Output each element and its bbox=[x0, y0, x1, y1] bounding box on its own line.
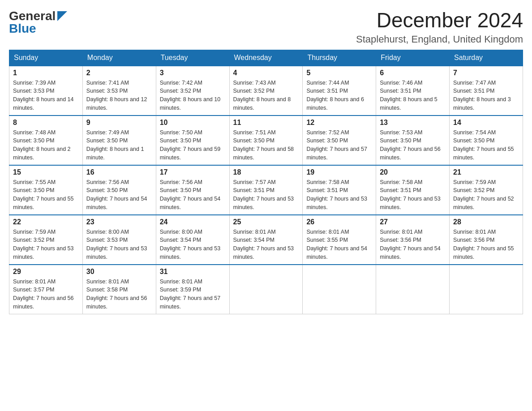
day-number: 13 bbox=[380, 119, 446, 127]
logo: General Blue bbox=[9, 9, 67, 36]
day-number: 18 bbox=[233, 168, 299, 176]
calendar-day-cell: 31 Sunrise: 8:01 AM Sunset: 3:59 PM Dayl… bbox=[156, 265, 229, 314]
calendar-day-cell: 11 Sunrise: 7:51 AM Sunset: 3:50 PM Dayl… bbox=[229, 116, 303, 165]
calendar-day-cell: 8 Sunrise: 7:48 AM Sunset: 3:50 PM Dayli… bbox=[9, 116, 83, 165]
day-number: 15 bbox=[13, 168, 79, 176]
day-number: 21 bbox=[453, 168, 519, 176]
calendar-day-cell: 27 Sunrise: 8:01 AM Sunset: 3:56 PM Dayl… bbox=[376, 215, 450, 265]
svg-marker-0 bbox=[57, 11, 67, 21]
day-info: Sunrise: 7:43 AM Sunset: 3:52 PM Dayligh… bbox=[233, 79, 299, 112]
day-info: Sunrise: 7:50 AM Sunset: 3:50 PM Dayligh… bbox=[160, 128, 226, 162]
calendar-week-row: 8 Sunrise: 7:48 AM Sunset: 3:50 PM Dayli… bbox=[9, 116, 523, 165]
day-info: Sunrise: 7:56 AM Sunset: 3:50 PM Dayligh… bbox=[86, 178, 152, 212]
page-header: General Blue December 2024 Staplehurst, … bbox=[9, 9, 523, 45]
day-info: Sunrise: 8:00 AM Sunset: 3:53 PM Dayligh… bbox=[86, 228, 152, 261]
calendar-week-row: 29 Sunrise: 8:01 AM Sunset: 3:57 PM Dayl… bbox=[9, 265, 523, 314]
day-info: Sunrise: 8:01 AM Sunset: 3:55 PM Dayligh… bbox=[306, 228, 372, 261]
calendar-day-cell: 4 Sunrise: 7:43 AM Sunset: 3:52 PM Dayli… bbox=[229, 66, 303, 116]
day-info: Sunrise: 7:48 AM Sunset: 3:50 PM Dayligh… bbox=[13, 128, 79, 162]
calendar-day-cell bbox=[376, 265, 450, 314]
logo-arrow-icon bbox=[57, 11, 67, 21]
day-number: 26 bbox=[306, 218, 372, 226]
day-number: 6 bbox=[380, 69, 446, 77]
day-info: Sunrise: 8:00 AM Sunset: 3:54 PM Dayligh… bbox=[160, 228, 226, 261]
day-info: Sunrise: 7:56 AM Sunset: 3:50 PM Dayligh… bbox=[160, 178, 226, 212]
calendar-day-cell: 16 Sunrise: 7:56 AM Sunset: 3:50 PM Dayl… bbox=[82, 165, 156, 215]
calendar-day-cell: 24 Sunrise: 8:00 AM Sunset: 3:54 PM Dayl… bbox=[156, 215, 229, 265]
day-number: 12 bbox=[306, 119, 372, 127]
weekday-header-saturday: Saturday bbox=[450, 50, 523, 66]
calendar-day-cell bbox=[229, 265, 303, 314]
day-number: 24 bbox=[160, 218, 226, 226]
day-number: 11 bbox=[233, 119, 299, 127]
calendar-day-cell: 15 Sunrise: 7:55 AM Sunset: 3:50 PM Dayl… bbox=[9, 165, 83, 215]
calendar-day-cell: 29 Sunrise: 8:01 AM Sunset: 3:57 PM Dayl… bbox=[9, 265, 83, 314]
day-number: 3 bbox=[160, 69, 226, 77]
weekday-header-tuesday: Tuesday bbox=[156, 50, 229, 66]
calendar-day-cell bbox=[303, 265, 376, 314]
day-number: 28 bbox=[453, 218, 519, 226]
day-number: 22 bbox=[13, 218, 79, 226]
day-info: Sunrise: 7:42 AM Sunset: 3:52 PM Dayligh… bbox=[160, 79, 226, 112]
calendar-day-cell: 2 Sunrise: 7:41 AM Sunset: 3:53 PM Dayli… bbox=[82, 66, 156, 116]
day-number: 31 bbox=[160, 268, 226, 276]
day-number: 7 bbox=[453, 69, 519, 77]
day-info: Sunrise: 7:57 AM Sunset: 3:51 PM Dayligh… bbox=[233, 178, 299, 212]
day-info: Sunrise: 7:46 AM Sunset: 3:51 PM Dayligh… bbox=[380, 79, 446, 112]
day-number: 25 bbox=[233, 218, 299, 226]
title-section: December 2024 Staplehurst, England, Unit… bbox=[356, 9, 523, 45]
day-info: Sunrise: 8:01 AM Sunset: 3:59 PM Dayligh… bbox=[160, 278, 226, 311]
day-info: Sunrise: 7:59 AM Sunset: 3:52 PM Dayligh… bbox=[453, 178, 519, 212]
calendar-day-cell: 22 Sunrise: 7:59 AM Sunset: 3:52 PM Dayl… bbox=[9, 215, 83, 265]
weekday-header-row: SundayMondayTuesdayWednesdayThursdayFrid… bbox=[9, 50, 523, 66]
weekday-header-sunday: Sunday bbox=[9, 50, 83, 66]
day-info: Sunrise: 7:51 AM Sunset: 3:50 PM Dayligh… bbox=[233, 128, 299, 162]
day-number: 19 bbox=[306, 168, 372, 176]
calendar-day-cell: 19 Sunrise: 7:58 AM Sunset: 3:51 PM Dayl… bbox=[303, 165, 376, 215]
day-info: Sunrise: 7:58 AM Sunset: 3:51 PM Dayligh… bbox=[306, 178, 372, 212]
day-info: Sunrise: 7:55 AM Sunset: 3:50 PM Dayligh… bbox=[13, 178, 79, 212]
calendar-day-cell: 25 Sunrise: 8:01 AM Sunset: 3:54 PM Dayl… bbox=[229, 215, 303, 265]
day-info: Sunrise: 8:01 AM Sunset: 3:54 PM Dayligh… bbox=[233, 228, 299, 261]
day-info: Sunrise: 7:47 AM Sunset: 3:51 PM Dayligh… bbox=[453, 79, 519, 112]
calendar-day-cell: 3 Sunrise: 7:42 AM Sunset: 3:52 PM Dayli… bbox=[156, 66, 229, 116]
day-info: Sunrise: 7:58 AM Sunset: 3:51 PM Dayligh… bbox=[380, 178, 446, 212]
calendar-day-cell: 28 Sunrise: 8:01 AM Sunset: 3:56 PM Dayl… bbox=[450, 215, 523, 265]
day-number: 5 bbox=[306, 69, 372, 77]
day-info: Sunrise: 7:52 AM Sunset: 3:50 PM Dayligh… bbox=[306, 128, 372, 162]
day-number: 30 bbox=[86, 268, 152, 276]
day-info: Sunrise: 7:44 AM Sunset: 3:51 PM Dayligh… bbox=[306, 79, 372, 112]
calendar-day-cell: 23 Sunrise: 8:00 AM Sunset: 3:53 PM Dayl… bbox=[82, 215, 156, 265]
calendar-day-cell: 1 Sunrise: 7:39 AM Sunset: 3:53 PM Dayli… bbox=[9, 66, 83, 116]
day-number: 1 bbox=[13, 69, 79, 77]
calendar-day-cell: 12 Sunrise: 7:52 AM Sunset: 3:50 PM Dayl… bbox=[303, 116, 376, 165]
weekday-header-thursday: Thursday bbox=[303, 50, 376, 66]
day-info: Sunrise: 7:59 AM Sunset: 3:52 PM Dayligh… bbox=[13, 228, 79, 261]
day-info: Sunrise: 7:39 AM Sunset: 3:53 PM Dayligh… bbox=[13, 79, 79, 112]
location-subtitle: Staplehurst, England, United Kingdom bbox=[356, 34, 523, 45]
day-info: Sunrise: 7:41 AM Sunset: 3:53 PM Dayligh… bbox=[86, 79, 152, 112]
calendar-day-cell: 21 Sunrise: 7:59 AM Sunset: 3:52 PM Dayl… bbox=[450, 165, 523, 215]
day-info: Sunrise: 8:01 AM Sunset: 3:57 PM Dayligh… bbox=[13, 278, 79, 311]
calendar-day-cell: 26 Sunrise: 8:01 AM Sunset: 3:55 PM Dayl… bbox=[303, 215, 376, 265]
weekday-header-monday: Monday bbox=[82, 50, 156, 66]
logo-blue-text: Blue bbox=[9, 21, 36, 36]
day-number: 29 bbox=[13, 268, 79, 276]
month-year-title: December 2024 bbox=[356, 9, 523, 32]
day-number: 17 bbox=[160, 168, 226, 176]
calendar-week-row: 15 Sunrise: 7:55 AM Sunset: 3:50 PM Dayl… bbox=[9, 165, 523, 215]
calendar-day-cell: 9 Sunrise: 7:49 AM Sunset: 3:50 PM Dayli… bbox=[82, 116, 156, 165]
calendar-day-cell bbox=[450, 265, 523, 314]
calendar-day-cell: 20 Sunrise: 7:58 AM Sunset: 3:51 PM Dayl… bbox=[376, 165, 450, 215]
calendar-day-cell: 14 Sunrise: 7:54 AM Sunset: 3:50 PM Dayl… bbox=[450, 116, 523, 165]
weekday-header-friday: Friday bbox=[376, 50, 450, 66]
day-number: 2 bbox=[86, 69, 152, 77]
calendar-day-cell: 18 Sunrise: 7:57 AM Sunset: 3:51 PM Dayl… bbox=[229, 165, 303, 215]
day-number: 27 bbox=[380, 218, 446, 226]
day-number: 10 bbox=[160, 119, 226, 127]
day-info: Sunrise: 8:01 AM Sunset: 3:56 PM Dayligh… bbox=[380, 228, 446, 261]
calendar-day-cell: 13 Sunrise: 7:53 AM Sunset: 3:50 PM Dayl… bbox=[376, 116, 450, 165]
weekday-header-wednesday: Wednesday bbox=[229, 50, 303, 66]
calendar-table: SundayMondayTuesdayWednesdayThursdayFrid… bbox=[9, 50, 523, 314]
day-number: 23 bbox=[86, 218, 152, 226]
